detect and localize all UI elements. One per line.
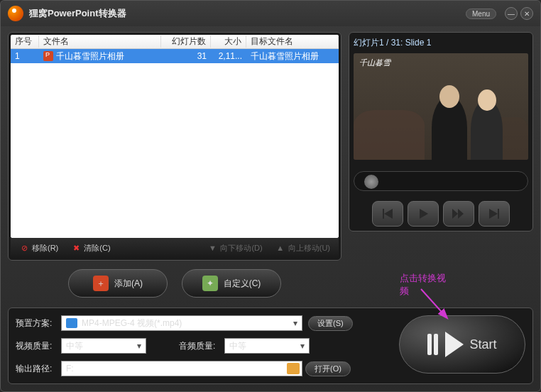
broom-icon: ✖ <box>71 243 81 253</box>
file-list-panel: 序号 文件名 幻灯片数 大小 目标文件名 1 千山暮雪照片相册 31 2,11 <box>8 32 341 261</box>
svg-marker-2 <box>420 209 428 219</box>
start-button[interactable]: Start 点击转换视频 <box>399 315 525 374</box>
move-down-button[interactable]: ▼向下移动(D) <box>203 241 266 255</box>
play-button[interactable] <box>408 201 439 227</box>
svg-rect-1 <box>383 209 384 219</box>
minimize-button[interactable]: — <box>505 7 518 20</box>
app-title: 狸窝PowerPoint转换器 <box>29 7 466 20</box>
table-empty-area[interactable] <box>11 63 339 238</box>
col-no[interactable]: 序号 <box>11 36 39 48</box>
add-file-icon: ＋ <box>93 276 109 291</box>
preview-panel: 幻灯片1 / 31: Slide 1 千山暮雪 <box>349 32 533 232</box>
preview-label: 幻灯片1 / 31: Slide 1 <box>354 37 528 49</box>
output-path-input[interactable]: F: <box>61 361 302 376</box>
svg-marker-3 <box>452 209 458 219</box>
prev-button[interactable] <box>372 201 403 227</box>
menu-button[interactable]: Menu <box>466 9 496 19</box>
preset-label: 预置方案: <box>16 317 55 330</box>
open-button[interactable]: 打开(O) <box>305 361 351 376</box>
add-button[interactable]: ＋ 添加(A) <box>68 269 168 298</box>
settings-button[interactable]: 设置(S) <box>308 316 353 331</box>
next-button[interactable] <box>479 201 510 227</box>
col-slides[interactable]: 幻灯片数 <box>161 36 211 48</box>
move-up-button[interactable]: ▲向上移动(U) <box>271 241 334 255</box>
col-target[interactable]: 目标文件名 <box>246 36 339 48</box>
arrow-down-icon: ▼ <box>207 243 217 253</box>
folder-icon[interactable] <box>287 363 300 374</box>
ppt-file-icon <box>43 51 53 61</box>
titlebar: 狸窝PowerPoint转换器 Menu — ✕ <box>1 1 540 26</box>
forward-button[interactable] <box>443 201 474 227</box>
slider-knob-icon[interactable] <box>364 175 378 189</box>
table-row[interactable]: 1 千山暮雪照片相册 31 2,11... 千山暮雪照片相册 <box>11 49 339 63</box>
col-size[interactable]: 大小 <box>211 36 246 48</box>
arrow-up-icon: ▲ <box>275 243 285 253</box>
svg-marker-0 <box>384 209 393 219</box>
video-format-icon <box>66 318 77 328</box>
close-button[interactable]: ✕ <box>520 7 533 20</box>
output-settings-panel: 预置方案: MP4-MPEG-4 视频(*.mp4) 设置(S) 视频质量: 中… <box>8 307 533 384</box>
app-logo-icon <box>8 6 23 21</box>
svg-marker-5 <box>489 209 498 219</box>
video-quality-label: 视频质量: <box>16 340 55 352</box>
video-quality-select[interactable]: 中等 <box>61 338 146 354</box>
seek-slider[interactable] <box>354 171 528 191</box>
start-bars-icon <box>427 334 438 355</box>
svg-marker-4 <box>458 209 464 219</box>
preview-image: 千山暮雪 <box>354 53 528 160</box>
audio-quality-label: 音频质量: <box>179 340 219 352</box>
svg-rect-6 <box>498 209 499 219</box>
start-arrow-icon <box>445 332 464 357</box>
customize-button[interactable]: ✦ 自定义(C) <box>182 269 281 298</box>
col-name[interactable]: 文件名 <box>39 36 161 48</box>
no-entry-icon: ⊘ <box>19 243 29 253</box>
remove-button[interactable]: ⊘移除(R) <box>15 241 62 255</box>
preset-select[interactable]: MP4-MPEG-4 视频(*.mp4) <box>61 315 302 331</box>
audio-quality-select[interactable]: 中等 <box>224 338 310 354</box>
tools-icon: ✦ <box>202 276 218 291</box>
output-path-label: 输出路径: <box>16 363 55 375</box>
clear-button[interactable]: ✖清除(C) <box>67 241 114 255</box>
table-header: 序号 文件名 幻灯片数 大小 目标文件名 <box>11 35 339 49</box>
